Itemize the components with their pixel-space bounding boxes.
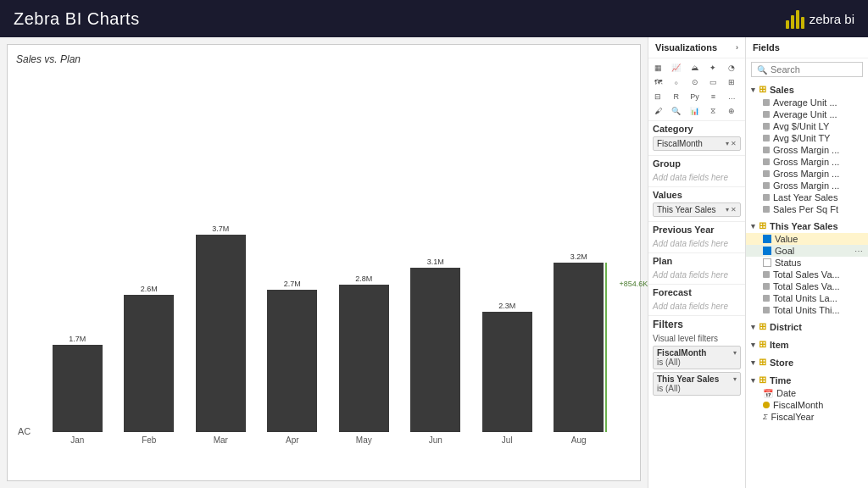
field-avg-unit-ty[interactable]: Avg $/Unit TY — [746, 132, 868, 144]
chart-title: Sales vs. Plan — [16, 53, 632, 65]
field-value-item[interactable]: Value — [746, 233, 868, 245]
viz-icon-data[interactable]: 📊 — [688, 104, 702, 118]
viz-icon-filter2[interactable]: ⧖ — [706, 104, 720, 118]
viz-icon-map[interactable]: 🗺 — [651, 75, 665, 89]
viz-icons-grid: ▦ 📈 ⛰ ✦ ◔ 🗺 ⬦ ⊙ ▭ ⊞ ⊟ R Py ≡ … 🖌 🔍 — [648, 58, 745, 121]
bar-value-mar: 3.7M — [212, 225, 229, 233]
bar-value-may: 2.8M — [355, 274, 372, 283]
search-input[interactable] — [771, 64, 868, 75]
fiscal-month-dot — [763, 402, 770, 408]
field-last-year-sales[interactable]: Last Year Sales — [746, 191, 868, 203]
field-total-units-la[interactable]: Total Units La... — [746, 292, 868, 304]
category-label: Category — [653, 124, 741, 134]
filter2-label: This Year Sales — [657, 374, 719, 384]
viz-icon-custom1[interactable]: R — [670, 90, 683, 103]
viz-icon-matrix[interactable]: ⊟ — [651, 90, 665, 103]
viz-icon-custom2[interactable]: Py — [688, 90, 702, 103]
district-label: District — [770, 322, 802, 332]
values-chevron-down[interactable]: ▾ — [726, 206, 729, 214]
group-section: Group Add data fields here — [648, 156, 745, 187]
category-field-name: FiscalMonth — [657, 139, 703, 148]
field-sales-per-sq[interactable]: Sales Per Sq Ft — [746, 203, 868, 215]
bar-group-mar: 3.7MMar — [185, 69, 257, 445]
filter1-chevron[interactable]: ▾ — [733, 349, 737, 357]
field-total-sales-va-1[interactable]: Total Sales Va... — [746, 269, 868, 280]
forecast-label: Forecast — [653, 287, 741, 297]
time-chevron: ▾ — [751, 376, 755, 385]
this-year-header[interactable]: ▾ ⊞ This Year Sales — [746, 219, 868, 233]
time-header[interactable]: ▾ ⊞ Time — [746, 373, 868, 387]
field-goal-item[interactable]: Goal ⋯ — [746, 245, 868, 257]
viz-icon-funnel[interactable]: ⬦ — [670, 75, 683, 89]
bar-group-feb: 2.6MFeb — [114, 69, 186, 445]
field-gross-margin-4[interactable]: Gross Margin ... — [746, 180, 868, 191]
field-total-sales-va-2[interactable]: Total Sales Va... — [746, 280, 868, 292]
forecast-placeholder: Add data fields here — [653, 300, 741, 313]
field-icon-tv1 — [763, 271, 770, 278]
viz-icon-table[interactable]: ⊞ — [725, 75, 738, 89]
filter1-box[interactable]: FiscalMonth ▾ is (All) — [653, 346, 741, 369]
viz-icon-more[interactable]: … — [725, 90, 738, 103]
field-icon-7 — [763, 170, 770, 177]
category-close[interactable]: ✕ — [731, 140, 737, 147]
field-status-checkbox[interactable] — [763, 258, 771, 267]
bar-value-jan: 1.7M — [69, 335, 86, 343]
filter2-chevron[interactable]: ▾ — [733, 375, 737, 383]
field-fiscal-month[interactable]: FiscalMonth — [746, 399, 868, 411]
filters-label: Filters — [653, 319, 741, 330]
viz-icon-scatter[interactable]: ✦ — [706, 61, 720, 75]
bar-aug[interactable]: +854.6K — [554, 263, 604, 432]
store-header[interactable]: ▾ ⊞ Store — [746, 355, 868, 369]
district-header[interactable]: ▾ ⊞ District — [746, 319, 868, 334]
viz-icon-gauge[interactable]: ⊙ — [688, 75, 702, 89]
date-calendar-icon: 📅 — [763, 389, 773, 398]
field-status-item[interactable]: Status — [746, 257, 868, 269]
viz-icon-extra[interactable]: ⊕ — [725, 104, 738, 118]
field-date[interactable]: 📅 Date — [746, 387, 868, 399]
district-chevron: ▾ — [751, 323, 755, 331]
search-box[interactable]: 🔍 — [751, 62, 863, 77]
sales-section-header[interactable]: ▾ ⊞ Sales — [746, 82, 868, 97]
viz-icon-card[interactable]: ▭ — [706, 75, 720, 89]
bar-apr[interactable] — [267, 290, 317, 432]
bar-jul[interactable] — [482, 312, 532, 432]
field-avg-unit-2[interactable]: Average Unit ... — [746, 108, 868, 120]
viz-icon-format[interactable]: 🖌 — [651, 104, 665, 118]
prev-year-label: Previous Year — [653, 225, 741, 235]
field-avg-unit-1[interactable]: Average Unit ... — [746, 97, 868, 108]
bar-jan[interactable] — [53, 345, 103, 432]
field-value-checkbox[interactable] — [763, 235, 771, 243]
values-close[interactable]: ✕ — [731, 206, 737, 214]
field-gross-margin-1[interactable]: Gross Margin ... — [746, 144, 868, 156]
viz-icon-analytics[interactable]: 🔍 — [670, 104, 683, 118]
goal-context-menu[interactable]: ⋯ — [854, 247, 863, 256]
field-goal-checkbox[interactable] — [763, 247, 771, 255]
bar-jun[interactable] — [410, 268, 460, 432]
category-field-box[interactable]: FiscalMonth ▾ ✕ — [653, 136, 741, 151]
this-year-sales-section: ▾ ⊞ This Year Sales Value Goal ⋯ — [746, 217, 868, 318]
field-total-units-thi[interactable]: Total Units Thi... — [746, 304, 868, 316]
viz-icon-line[interactable]: 📈 — [670, 61, 683, 75]
prev-year-placeholder: Add data fields here — [653, 237, 741, 250]
item-header[interactable]: ▾ ⊞ Item — [746, 337, 868, 352]
field-avg-unit-ly[interactable]: Avg $/Unit LY — [746, 120, 868, 132]
filter2-box[interactable]: This Year Sales ▾ is (All) — [653, 372, 741, 396]
field-gross-margin-2[interactable]: Gross Margin ... — [746, 156, 868, 168]
viz-expand-chevron[interactable]: › — [736, 43, 738, 52]
plan-label: Plan — [653, 256, 741, 266]
filter2-value: is (All) — [657, 384, 737, 393]
viz-icon-bar[interactable]: ▦ — [651, 61, 665, 75]
viz-icon-area[interactable]: ⛰ — [688, 61, 702, 75]
category-chevron-down[interactable]: ▾ — [726, 140, 729, 147]
bar-mar[interactable] — [196, 235, 246, 432]
viz-panel-title: Visualizations — [655, 42, 717, 53]
district-section: ▾ ⊞ District — [746, 318, 868, 336]
values-field-box[interactable]: This Year Sales ▾ ✕ — [653, 202, 741, 217]
bar-feb[interactable] — [124, 295, 174, 432]
bar-value-apr: 2.7M — [284, 280, 301, 288]
bar-may[interactable] — [339, 285, 389, 432]
viz-icon-pie[interactable]: ◔ — [725, 61, 738, 75]
viz-icon-slicer[interactable]: ≡ — [706, 90, 720, 103]
field-gross-margin-3[interactable]: Gross Margin ... — [746, 168, 868, 180]
field-fiscal-year[interactable]: Σ FiscalYear — [746, 411, 868, 423]
